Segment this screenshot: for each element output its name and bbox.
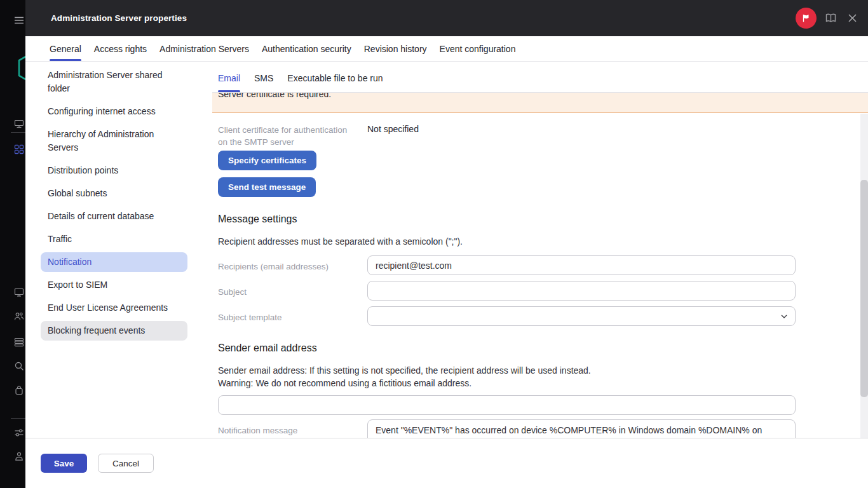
tab-general[interactable]: General xyxy=(50,36,81,61)
properties-tabbar: General Access rights Administration Ser… xyxy=(25,36,868,62)
warning-banner: Server certificate is required. xyxy=(212,93,868,113)
left-nav-rail xyxy=(0,0,25,488)
close-icon[interactable] xyxy=(846,12,858,24)
cancel-button[interactable]: Cancel xyxy=(98,454,154,473)
sender-hint-line2: Warning: We do not recommend using a fic… xyxy=(218,377,868,390)
notification-content: Email SMS Executable file to be run Serv… xyxy=(212,62,868,438)
sender-email-heading: Sender email address xyxy=(218,342,868,354)
sender-email-input[interactable] xyxy=(218,395,796,415)
sidebar-item-hierarchy[interactable]: Hierarchy of Administration Servers xyxy=(41,125,187,158)
tab-event-configuration[interactable]: Event configuration xyxy=(440,36,516,61)
tab-revision-history[interactable]: Revision history xyxy=(364,36,427,61)
tab-access-rights[interactable]: Access rights xyxy=(94,36,147,61)
scrollbar-thumb[interactable] xyxy=(860,180,868,397)
devices-grid-icon[interactable] xyxy=(14,144,24,154)
warning-banner-text: Server certificate is required. xyxy=(218,93,868,100)
rail-divider xyxy=(11,418,25,419)
bag-icon[interactable] xyxy=(14,385,24,395)
recipients-label: Recipients (email addresses) xyxy=(218,255,367,275)
subject-template-select[interactable] xyxy=(367,306,796,326)
subject-label: Subject xyxy=(218,281,367,301)
dialog-footer: Save Cancel xyxy=(25,438,868,488)
tab-administration-servers[interactable]: Administration Servers xyxy=(159,36,249,61)
subject-template-label: Subject template xyxy=(218,306,367,326)
sidebar-item-internet-access[interactable]: Configuring internet access xyxy=(41,102,187,121)
kaspersky-logo-hexagon xyxy=(17,51,25,85)
save-button[interactable]: Save xyxy=(41,454,87,473)
sidebar-item-export-to-siem[interactable]: Export to SIEM xyxy=(41,275,187,295)
sidebar-item-distribution-points[interactable]: Distribution points xyxy=(41,161,187,180)
monitor-icon[interactable] xyxy=(14,287,24,297)
client-certificate-value: Not specified xyxy=(367,119,419,148)
dialog-header: Administration Server properties xyxy=(25,0,868,36)
message-settings-heading: Message settings xyxy=(218,214,868,225)
notification-subtabs: Email SMS Executable file to be run xyxy=(212,62,868,93)
subtab-sms[interactable]: SMS xyxy=(254,62,273,92)
sidebar-item-traffic[interactable]: Traffic xyxy=(41,229,187,249)
settings-sidebar: Administration Server shared folder Conf… xyxy=(25,62,212,438)
search-icon[interactable] xyxy=(14,361,24,371)
server-icon[interactable] xyxy=(14,119,24,129)
hamburger-menu-icon[interactable] xyxy=(14,15,24,25)
sidebar-item-notification[interactable]: Notification xyxy=(41,252,187,272)
sender-hint-line1: Sender email address: If this setting is… xyxy=(218,364,868,377)
notification-message-textarea[interactable]: Event "%EVENT%" has occurred on device %… xyxy=(367,419,796,438)
email-settings-scroll-area: Server certificate is required. Client c… xyxy=(212,93,868,438)
client-certificate-label: Client certificate for authentication on… xyxy=(218,119,367,148)
sidebar-item-current-database[interactable]: Details of current database xyxy=(41,207,187,226)
help-book-icon[interactable] xyxy=(825,12,837,24)
tab-authentication-security[interactable]: Authentication security xyxy=(262,36,351,61)
subtab-email[interactable]: Email xyxy=(218,62,240,92)
subtab-executable-file[interactable]: Executable file to be run xyxy=(287,62,383,92)
dialog-title: Administration Server properties xyxy=(51,13,187,23)
send-test-message-button[interactable]: Send test message xyxy=(218,177,316,197)
sidebar-item-global-subnets[interactable]: Global subnets xyxy=(41,184,187,203)
sidebar-item-eula[interactable]: End User License Agreements xyxy=(41,298,187,318)
account-icon[interactable] xyxy=(14,451,24,461)
storage-icon[interactable] xyxy=(14,337,24,347)
subject-input[interactable] xyxy=(367,281,796,301)
sidebar-item-shared-folder[interactable]: Administration Server shared folder xyxy=(41,65,187,98)
recipients-hint: Recipient addresses must be separated wi… xyxy=(218,235,868,248)
sidebar-item-blocking-frequent-events[interactable]: Blocking frequent events xyxy=(41,321,187,341)
dialog-body: General Access rights Administration Ser… xyxy=(25,36,868,488)
recipients-input[interactable] xyxy=(367,255,796,275)
users-icon[interactable] xyxy=(14,311,24,322)
sliders-icon[interactable] xyxy=(14,428,24,438)
notification-message-label: Notification message xyxy=(218,419,367,438)
specify-certificates-button[interactable]: Specify certificates xyxy=(218,151,316,170)
flag-badge-icon[interactable] xyxy=(796,8,817,29)
rail-divider xyxy=(11,132,25,133)
